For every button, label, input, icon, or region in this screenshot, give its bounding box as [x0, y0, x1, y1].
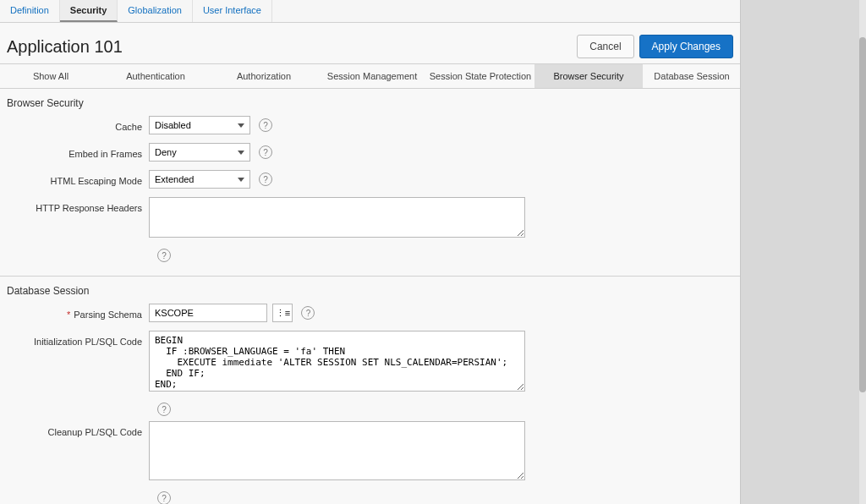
label-http-response-headers: HTTP Response Headers [0, 197, 149, 219]
initialization-plsql-textarea[interactable] [149, 331, 525, 392]
label-html-escaping-mode: HTML Escaping Mode [0, 170, 149, 192]
help-icon[interactable]: ? [259, 145, 272, 159]
inner-tab-browser-security[interactable]: Browser Security [534, 64, 643, 88]
top-tab-globalization[interactable]: Globalization [118, 0, 193, 22]
inner-tabs: Show AllAuthenticationAuthorizationSessi… [0, 63, 740, 89]
inner-tab-authentication[interactable]: Authentication [101, 64, 210, 88]
top-tabs: Definition Security Globalization User I… [0, 0, 740, 23]
help-icon[interactable]: ? [259, 173, 272, 186]
inner-tab-database-session[interactable]: Database Session [643, 64, 741, 88]
parsing-schema-input[interactable] [149, 304, 267, 322]
section-title-database-session: Database Session [0, 277, 740, 304]
page-title: Application 101 [7, 37, 577, 57]
parsing-schema-lov-button[interactable]: ⋮≡ [272, 304, 293, 322]
section-title-browser-security: Browser Security [0, 89, 740, 116]
inner-tab-show-all[interactable]: Show All [0, 64, 101, 88]
scrollbar-thumb[interactable] [859, 37, 866, 392]
label-parsing-schema: Parsing Schema [0, 304, 149, 326]
page-header: Application 101 Cancel Apply Changes [0, 23, 740, 63]
http-response-headers-textarea[interactable] [149, 197, 525, 238]
database-session-section: Database Session Parsing Schema ⋮≡ ? Ini… [0, 277, 740, 504]
cancel-button[interactable]: Cancel [577, 35, 633, 58]
inner-tab-authorization[interactable]: Authorization [210, 64, 318, 88]
help-icon[interactable]: ? [157, 403, 171, 416]
apply-changes-button[interactable]: Apply Changes [639, 35, 733, 58]
cleanup-plsql-textarea[interactable] [149, 421, 525, 480]
embed-in-frames-select[interactable]: Deny [149, 143, 250, 162]
inner-tab-session-management[interactable]: Session Management [318, 64, 426, 88]
help-icon[interactable]: ? [301, 306, 315, 320]
browser-security-section: Browser Security Cache Disabled ? Embed … [0, 89, 740, 277]
app-container: Definition Security Globalization User I… [0, 0, 741, 504]
cache-select[interactable]: Disabled [149, 116, 250, 134]
top-tab-definition[interactable]: Definition [0, 0, 60, 22]
html-escaping-mode-select[interactable]: Extended [149, 170, 250, 189]
top-tab-security[interactable]: Security [60, 0, 118, 22]
inactive-area [741, 0, 866, 504]
help-icon[interactable]: ? [259, 118, 272, 132]
label-cache: Cache [0, 116, 149, 138]
label-embed-in-frames: Embed in Frames [0, 143, 149, 165]
help-icon[interactable]: ? [157, 249, 171, 262]
top-tab-user-interface[interactable]: User Interface [193, 0, 272, 22]
vertical-scrollbar[interactable] [859, 0, 866, 504]
label-cleanup-plsql: Cleanup PL/SQL Code [0, 421, 149, 443]
inner-tab-session-state-protection[interactable]: Session State Protection [426, 64, 534, 88]
label-initialization-plsql: Initialization PL/SQL Code [0, 331, 149, 353]
help-icon[interactable]: ? [157, 491, 171, 504]
